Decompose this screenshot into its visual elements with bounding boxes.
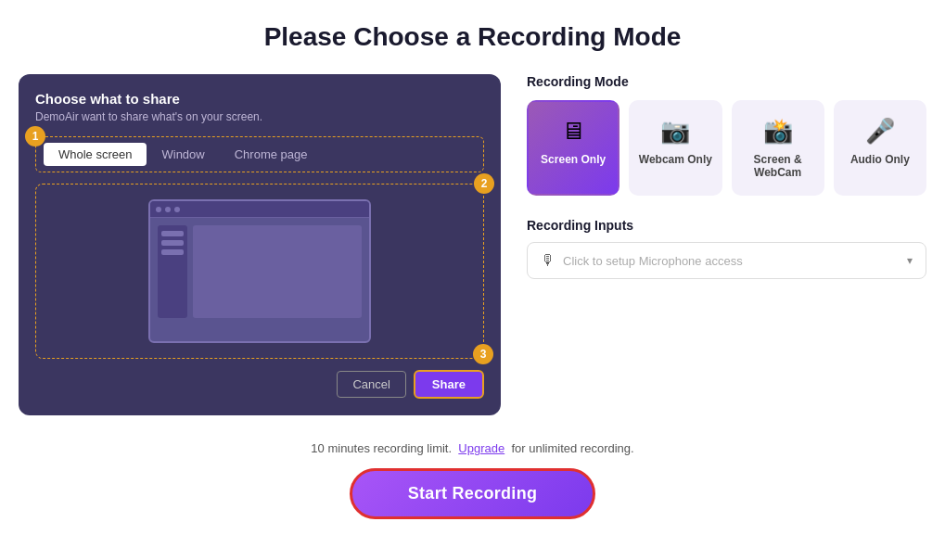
recording-inputs-label: Recording Inputs [527, 218, 926, 233]
tab-window[interactable]: Window [147, 143, 219, 166]
screen-preview-area: 2 [35, 184, 484, 359]
mockup-dot [165, 207, 171, 212]
limit-text: 10 minutes recording limit. Upgrade for … [19, 441, 926, 455]
chevron-down-icon: ▾ [907, 254, 913, 267]
start-recording-button[interactable]: Start Recording [350, 468, 596, 519]
upgrade-link[interactable]: Upgrade [458, 441, 504, 455]
step-badge-3: 3 [473, 344, 493, 364]
sidebar-line [161, 249, 184, 255]
mode-webcam-only[interactable]: 📷 Webcam Only [629, 100, 722, 196]
webcam-only-icon: 📷 [660, 117, 690, 146]
bottom-section: 10 minutes recording limit. Upgrade for … [19, 441, 926, 519]
step-badge-2: 2 [474, 173, 494, 194]
sidebar-line [161, 240, 184, 246]
panel-footer: 3 Cancel Share [35, 370, 484, 399]
mode-screen-webcam[interactable]: 📸 Screen & WebCam [732, 100, 824, 196]
limit-text-after: for unlimited recording. [511, 441, 633, 455]
sidebar-line [161, 231, 184, 236]
step-badge-1: 1 [25, 126, 45, 146]
mockup-body [150, 218, 369, 325]
tab-chrome-page[interactable]: Chrome page [220, 143, 323, 166]
main-content: Choose what to share DemoAir want to sha… [19, 74, 926, 415]
mode-screen-only[interactable]: 🖥 Screen Only [527, 100, 619, 196]
cancel-button[interactable]: Cancel [337, 371, 405, 398]
screen-mockup [148, 199, 371, 343]
tabs-row: 1 Whole screen Window Chrome page [35, 136, 484, 172]
webcam-only-label: Webcam Only [639, 153, 712, 166]
page-title: Please Choose a Recording Mode [264, 22, 682, 52]
mockup-dot [174, 207, 180, 212]
recording-mode-label: Recording Mode [527, 74, 926, 89]
panel-subtitle: DemoAir want to share what's on your scr… [35, 110, 484, 123]
microphone-icon: 🎙 [541, 252, 556, 269]
limit-text-before: 10 minutes recording limit. [311, 441, 452, 455]
audio-only-label: Audio Only [850, 153, 910, 166]
microphone-placeholder: Click to setup Microphone access [563, 254, 900, 268]
microphone-select[interactable]: 🎙 Click to setup Microphone access ▾ [527, 242, 926, 279]
screen-webcam-icon: 📸 [763, 117, 793, 146]
screen-only-label: Screen Only [541, 153, 606, 166]
panel-title: Choose what to share [35, 91, 484, 107]
screen-only-icon: 🖥 [561, 117, 585, 146]
tab-whole-screen[interactable]: Whole screen [44, 143, 147, 166]
share-button[interactable]: Share [414, 370, 484, 399]
mockup-topbar [150, 201, 369, 218]
right-panel: Recording Mode 🖥 Screen Only 📷 Webcam On… [527, 74, 926, 279]
screen-webcam-label: Screen & WebCam [741, 153, 815, 179]
audio-only-icon: 🎤 [865, 117, 895, 146]
mockup-dot [156, 207, 161, 212]
mockup-sidebar [158, 225, 187, 318]
mockup-content [193, 225, 362, 318]
recording-modes: 🖥 Screen Only 📷 Webcam Only 📸 Screen & W… [527, 100, 926, 196]
mode-audio-only[interactable]: 🎤 Audio Only [834, 100, 926, 196]
screen-share-panel: Choose what to share DemoAir want to sha… [19, 74, 501, 415]
